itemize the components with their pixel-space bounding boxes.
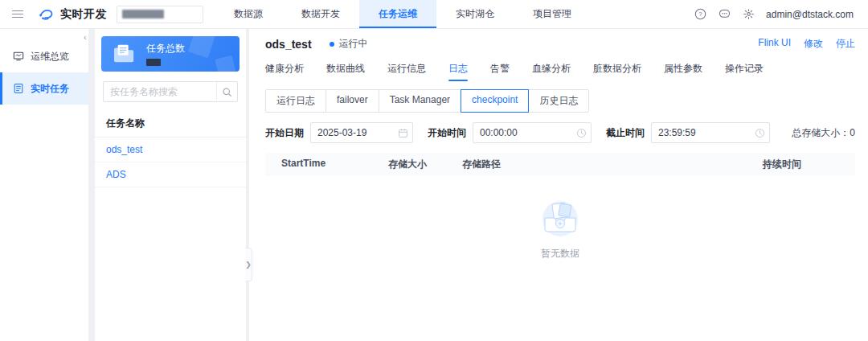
topbar-right: ? admin@dtstack.com [694,0,868,28]
sidebar-item-label: 实时任务 [31,82,69,96]
start-time-input[interactable] [473,127,571,138]
folder-tasks-icon [113,43,137,64]
hamburger-menu-icon[interactable] [0,0,35,28]
task-row-ads[interactable]: ADS [95,162,246,187]
tab-health-analysis[interactable]: 健康分析 [265,62,304,81]
subtab-checkpoint[interactable]: checkpoint [461,89,529,113]
top-navbar: 实时开发 数据源 数据开发 任务运维 实时湖仓 项目管理 ? admin@dts… [0,0,868,29]
main-content: ods_test 运行中 Flink UI 修改 停止 健康分析 数据曲线 运行… [249,29,868,341]
tab-run-info[interactable]: 运行信息 [387,62,426,81]
filter-bar: 开始日期 开始时间 截止时间 [265,122,855,143]
task-list-icon [13,83,24,94]
help-icon[interactable]: ? [694,8,706,21]
status-dot-icon [330,42,334,47]
status-badge: 运行中 [330,37,368,51]
dtstack-logo-icon [37,6,55,23]
task-search-box [103,81,238,102]
search-icon[interactable] [216,82,237,101]
task-row-ods-test[interactable]: ods_test [95,138,246,162]
redacted-task-count [146,59,161,66]
total-storage: 总存储大小：0 [792,126,855,140]
task-total-label: 任务总数 [146,42,185,55]
project-select[interactable] [117,6,203,23]
task-list-header: 任务名称 [95,110,246,138]
app-window: 实时开发 数据源 数据开发 任务运维 实时湖仓 项目管理 ? admin@dts… [0,0,868,341]
status-text: 运行中 [339,37,368,51]
task-title: ods_test [265,38,312,51]
user-account[interactable]: admin@dtstack.com [766,9,854,20]
svg-text:?: ? [698,10,702,18]
calendar-icon [393,128,412,138]
col-storage-size: 存储大小 [388,158,462,171]
nav-item-data-develop[interactable]: 数据开发 [282,0,359,28]
clock-icon [750,128,769,138]
card-texts: 任务总数 [146,42,185,66]
col-storage-path: 存储路径 [462,158,763,171]
flink-ui-link[interactable]: Flink UI [758,37,791,51]
nav-item-project-mgmt[interactable]: 项目管理 [514,0,591,28]
stop-link[interactable]: 停止 [836,37,855,51]
nav-item-datasource[interactable]: 数据源 [215,0,282,28]
log-subtabs: 运行日志 failover Task Manager checkpoint 历史… [265,89,855,113]
tab-logs[interactable]: 日志 [448,62,468,81]
sidebar-collapse-icon[interactable]: ‹ [84,32,87,42]
header-actions: Flink UI 修改 停止 [758,37,855,51]
col-starttime: StartTime [281,158,388,171]
settings-gear-icon[interactable] [742,8,755,21]
dashboard-icon [13,51,24,62]
tab-lineage[interactable]: 血缘分析 [532,62,571,81]
start-date-picker[interactable] [310,122,413,143]
end-time-picker[interactable] [651,122,770,143]
sidebar-item-ops-overview[interactable]: 运维总览 [0,40,88,72]
task-search-input[interactable] [104,86,216,97]
panel-collapse-handle[interactable]: ❯ [245,248,252,281]
tab-data-curve[interactable]: 数据曲线 [326,62,365,81]
start-date-input[interactable] [311,127,393,138]
hamburger-bars [12,8,23,20]
main-nav: 数据源 数据开发 任务运维 实时湖仓 项目管理 [215,0,591,28]
app-title: 实时开发 [60,7,107,22]
left-sidebar: 运维总览 实时任务 [0,29,88,341]
end-time-input[interactable] [652,127,750,138]
card-decoration [215,55,237,72]
modify-link[interactable]: 修改 [804,37,823,51]
tab-dirty-data[interactable]: 脏数据分析 [593,62,641,81]
nav-item-task-ops[interactable]: 任务运维 [359,0,436,28]
clock-icon [571,128,591,138]
empty-state: 暂无数据 [265,199,855,261]
nav-item-realtime-lakehouse[interactable]: 实时湖仓 [436,0,514,28]
start-time-label: 开始时间 [428,126,466,140]
subtab-history-log[interactable]: 历史日志 [528,89,589,113]
no-data-illustration-icon [535,199,585,240]
end-time-label: 截止时间 [606,126,645,140]
message-icon[interactable] [718,8,731,21]
start-time-picker[interactable] [473,122,592,143]
total-storage-label: 总存储大小： [792,127,850,138]
redacted-project-name [122,10,164,18]
task-detail-header: ods_test 运行中 Flink UI 修改 停止 [265,37,855,51]
page-body: 运维总览 实时任务 ‹ 任务总数 [0,29,868,341]
sidebar-divider: ‹ [88,29,95,341]
task-list-panel: 任务总数 任务名称 ods_test ADS ❯ [95,29,246,341]
subtab-task-manager[interactable]: Task Manager [379,89,461,113]
tab-operation-log[interactable]: 操作记录 [725,62,764,81]
detail-tabs: 健康分析 数据曲线 运行信息 日志 告警 血缘分析 脏数据分析 属性参数 操作记… [265,62,855,81]
subtab-failover[interactable]: failover [326,89,379,113]
tab-properties[interactable]: 属性参数 [664,62,702,81]
card-decoration [188,36,215,58]
checkpoint-table-header: StartTime 存储大小 存储路径 持续时间 [265,153,855,176]
col-duration: 持续时间 [763,158,839,171]
empty-state-text: 暂无数据 [541,247,579,261]
sidebar-item-realtime-tasks[interactable]: 实时任务 [0,72,88,105]
total-storage-value: 0 [850,127,855,138]
tab-alerts[interactable]: 告警 [490,62,510,81]
start-date-label: 开始日期 [265,126,304,140]
subtab-run-log[interactable]: 运行日志 [265,89,326,113]
brand: 实时开发 [35,0,115,28]
sidebar-item-label: 运维总览 [31,50,69,64]
task-total-card[interactable]: 任务总数 [101,36,240,72]
